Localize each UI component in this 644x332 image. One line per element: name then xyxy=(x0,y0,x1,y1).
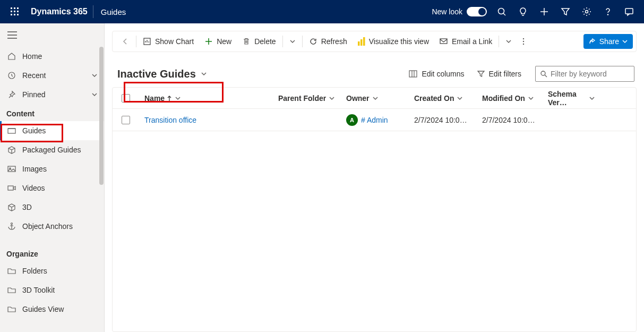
email-link-button[interactable]: Email a Link xyxy=(434,31,497,52)
section-content: Content xyxy=(0,104,104,121)
svg-rect-38 xyxy=(409,71,417,77)
svg-rect-4 xyxy=(14,11,15,12)
filter-icon[interactable] xyxy=(555,0,576,23)
svg-point-26 xyxy=(11,223,13,225)
search-icon[interactable] xyxy=(491,0,512,23)
back-button[interactable] xyxy=(116,31,135,52)
guide-icon xyxy=(6,126,17,135)
new-look-toggle[interactable]: New look xyxy=(432,7,487,16)
cmd-label: Email a Link xyxy=(452,37,492,46)
col-schema[interactable]: Schema Ver… xyxy=(543,90,600,107)
sidebar: Home Recent Pinned Content Guides Packag… xyxy=(0,23,105,332)
nav-recent[interactable]: Recent xyxy=(0,66,104,85)
nav-videos[interactable]: Videos xyxy=(0,178,104,198)
search-icon xyxy=(540,70,547,78)
help-icon[interactable] xyxy=(597,0,619,23)
show-chart-button[interactable]: Show Chart xyxy=(138,31,199,52)
cmd-label: Show Chart xyxy=(155,37,194,46)
nav-object-anchors[interactable]: Object Anchors xyxy=(0,217,104,236)
row-name-link[interactable]: Transition office xyxy=(144,116,196,124)
nav-label: Guides View xyxy=(22,305,64,313)
nav-3d[interactable]: 3D xyxy=(0,198,104,217)
columns-icon xyxy=(409,70,417,78)
new-button[interactable]: New xyxy=(199,31,237,52)
view-selector[interactable]: Inactive Guides xyxy=(114,67,211,81)
nav-pinned[interactable]: Pinned xyxy=(0,85,104,104)
chart-icon xyxy=(143,37,151,46)
nav-guides-view[interactable]: Guides View xyxy=(0,300,104,319)
cmd-label: Visualize this view xyxy=(369,37,429,46)
filter-input-wrap[interactable] xyxy=(535,66,634,82)
visualize-button[interactable]: Visualize this view xyxy=(353,31,434,52)
chevron-down-icon xyxy=(457,96,462,101)
main: Show Chart New Delete Refresh Visualize … xyxy=(105,23,644,332)
svg-rect-16 xyxy=(625,8,633,14)
col-name[interactable]: Name xyxy=(139,94,273,103)
app-launcher-icon[interactable] xyxy=(4,7,25,16)
svg-rect-8 xyxy=(17,14,19,15)
folder-icon xyxy=(6,286,17,294)
nav-home[interactable]: Home xyxy=(0,47,104,66)
gear-icon[interactable] xyxy=(576,0,597,23)
nav-label: Home xyxy=(22,52,42,61)
video-icon xyxy=(6,184,17,192)
brand-label[interactable]: Dynamics 365 xyxy=(25,5,93,18)
topbar: Dynamics 365 Guides New look xyxy=(0,0,644,23)
row-checkbox[interactable] xyxy=(113,116,139,124)
clock-icon xyxy=(6,71,17,80)
nav-folders[interactable]: Folders xyxy=(0,261,104,280)
home-icon xyxy=(6,52,17,61)
nav-label: Videos xyxy=(22,184,45,192)
plus-icon xyxy=(204,37,213,46)
svg-line-42 xyxy=(545,75,547,77)
filter-input[interactable] xyxy=(551,70,630,78)
assistant-icon[interactable] xyxy=(619,0,640,23)
plus-icon[interactable] xyxy=(534,0,555,23)
hamburger-icon[interactable] xyxy=(0,23,104,47)
vact-label: Edit filters xyxy=(489,70,521,78)
col-owner[interactable]: Owner xyxy=(341,94,409,103)
nav-label: Images xyxy=(22,165,47,173)
svg-point-36 xyxy=(523,41,524,42)
delete-dropdown[interactable] xyxy=(284,31,301,52)
edit-columns-button[interactable]: Edit columns xyxy=(402,66,470,81)
col-created[interactable]: Created On xyxy=(409,94,477,103)
svg-rect-5 xyxy=(17,11,19,12)
nav-3d-toolkit[interactable]: 3D Toolkit xyxy=(0,280,104,300)
email-dropdown[interactable] xyxy=(500,31,517,52)
table-row[interactable]: Transition office A # Admin 2/7/2024 10:… xyxy=(113,109,636,131)
sort-asc-icon xyxy=(167,95,172,101)
lightbulb-icon[interactable] xyxy=(512,0,534,23)
share-button[interactable]: Share xyxy=(583,34,633,49)
col-parent[interactable]: Parent Folder xyxy=(273,94,341,103)
chevron-down-icon xyxy=(91,72,98,79)
chevron-down-icon xyxy=(329,96,334,101)
refresh-button[interactable]: Refresh xyxy=(304,31,353,52)
svg-rect-25 xyxy=(8,186,13,190)
col-modified[interactable]: Modified On xyxy=(477,94,543,103)
refresh-icon xyxy=(309,37,317,46)
edit-filters-button[interactable]: Edit filters xyxy=(471,66,528,81)
sidebar-scrollbar[interactable] xyxy=(99,23,104,332)
chevron-down-icon xyxy=(91,91,98,98)
nav-packaged-guides[interactable]: Packaged Guides xyxy=(0,140,104,159)
svg-line-10 xyxy=(503,13,505,15)
nav-label: Guides xyxy=(22,126,46,135)
svg-rect-0 xyxy=(11,7,12,9)
svg-point-15 xyxy=(607,14,608,15)
nav-label: 3D Toolkit xyxy=(22,286,55,294)
folder-icon xyxy=(6,305,17,313)
nav-images[interactable]: Images xyxy=(0,159,104,178)
chevron-down-icon xyxy=(528,96,534,101)
chevron-down-icon xyxy=(200,70,208,78)
trash-icon xyxy=(242,37,251,46)
delete-button[interactable]: Delete xyxy=(237,31,281,52)
nav-guides[interactable]: Guides xyxy=(0,121,104,140)
command-bar: Show Chart New Delete Refresh Visualize … xyxy=(112,31,637,52)
row-owner-link[interactable]: # Admin xyxy=(361,116,388,124)
new-look-label: New look xyxy=(432,7,462,16)
select-all[interactable] xyxy=(113,94,139,103)
image-icon xyxy=(6,165,17,173)
cmd-label: Delete xyxy=(254,37,276,46)
more-commands[interactable] xyxy=(517,31,530,52)
